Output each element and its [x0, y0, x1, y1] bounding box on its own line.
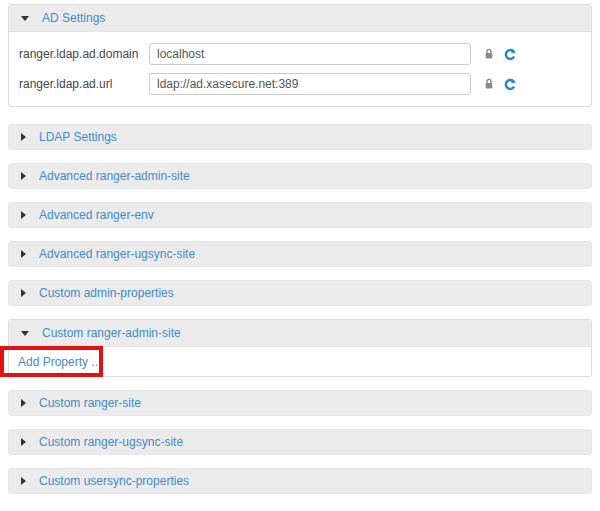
section-header-ad-settings[interactable]: AD Settings — [9, 5, 591, 32]
section-header-advanced-ranger-env[interactable]: Advanced ranger-env — [8, 202, 592, 228]
section-title-advanced-ranger-admin-site[interactable]: Advanced ranger-admin-site — [39, 169, 190, 183]
caret-right-icon — [21, 250, 26, 258]
section-title-ad-settings[interactable]: AD Settings — [42, 11, 105, 25]
section-header-custom-ranger-site[interactable]: Custom ranger-site — [8, 390, 592, 416]
section-header-custom-ranger-ugsync-site[interactable]: Custom ranger-ugsync-site — [8, 429, 592, 455]
lock-icon[interactable] — [484, 48, 494, 60]
config-row-ldap-ad-domain: ranger.ldap.ad.domain — [9, 43, 591, 65]
caret-right-icon — [21, 438, 26, 446]
section-title-advanced-ranger-env[interactable]: Advanced ranger-env — [39, 208, 154, 222]
section-title-ldap-settings[interactable]: LDAP Settings — [39, 130, 117, 144]
caret-right-icon — [21, 289, 26, 297]
section-custom-ranger-admin-site: Custom ranger-admin-site Add Property ..… — [8, 319, 592, 377]
section-header-custom-ranger-admin-site[interactable]: Custom ranger-admin-site — [9, 320, 591, 347]
section-title-custom-admin-properties[interactable]: Custom admin-properties — [39, 286, 174, 300]
section-header-advanced-ranger-admin-site[interactable]: Advanced ranger-admin-site — [8, 163, 592, 189]
caret-down-icon — [21, 16, 29, 21]
caret-right-icon — [21, 133, 26, 141]
add-property-link[interactable]: Add Property ... — [18, 355, 101, 369]
caret-right-icon — [21, 399, 26, 407]
section-header-custom-admin-properties[interactable]: Custom admin-properties — [8, 280, 592, 306]
caret-right-icon — [21, 477, 26, 485]
section-title-custom-usersync-properties[interactable]: Custom usersync-properties — [39, 474, 189, 488]
caret-right-icon — [21, 211, 26, 219]
section-header-custom-usersync-properties[interactable]: Custom usersync-properties — [8, 468, 592, 494]
section-title-advanced-ranger-ugsync-site[interactable]: Advanced ranger-ugsync-site — [39, 247, 195, 261]
section-title-custom-ranger-admin-site[interactable]: Custom ranger-admin-site — [42, 326, 181, 340]
section-ad-settings: AD Settings ranger.ldap.ad.domain — [8, 4, 592, 107]
undo-icon[interactable] — [503, 48, 516, 61]
section-header-ldap-settings[interactable]: LDAP Settings — [8, 124, 592, 150]
config-input-ldap-ad-url[interactable] — [149, 73, 471, 95]
caret-right-icon — [21, 172, 26, 180]
section-header-advanced-ranger-ugsync-site[interactable]: Advanced ranger-ugsync-site — [8, 241, 592, 267]
section-title-custom-ranger-site[interactable]: Custom ranger-site — [39, 396, 141, 410]
section-body-custom-ranger-admin-site: Add Property ... — [9, 347, 591, 376]
config-label-ldap-ad-domain: ranger.ldap.ad.domain — [19, 47, 149, 61]
lock-icon[interactable] — [484, 78, 494, 90]
ranger-config-panel-group: AD Settings ranger.ldap.ad.domain — [0, 0, 600, 494]
caret-down-icon — [21, 331, 29, 336]
config-row-ldap-ad-url: ranger.ldap.ad.url — [9, 73, 591, 95]
section-title-custom-ranger-ugsync-site[interactable]: Custom ranger-ugsync-site — [39, 435, 183, 449]
section-body-ad-settings: ranger.ldap.ad.domain ranger.ldap.ad. — [9, 32, 591, 106]
undo-icon[interactable] — [503, 78, 516, 91]
config-input-ldap-ad-domain[interactable] — [149, 43, 471, 65]
config-label-ldap-ad-url: ranger.ldap.ad.url — [19, 77, 149, 91]
